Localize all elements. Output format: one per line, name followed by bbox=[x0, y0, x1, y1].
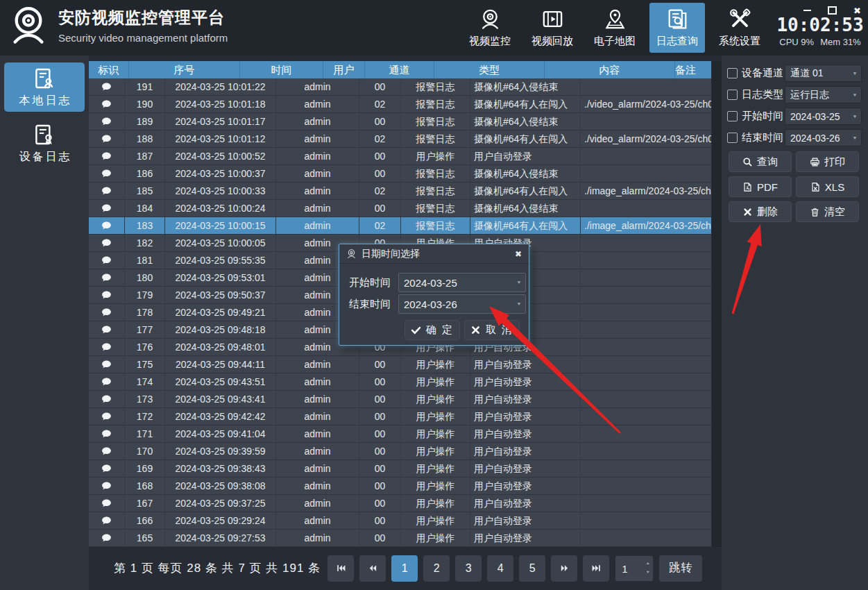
comment-icon bbox=[101, 515, 112, 526]
table-row[interactable]: 165 2024-03-25 09:27:53 admin 00 用户操作 用户… bbox=[89, 530, 711, 547]
cell-user: admin bbox=[276, 373, 359, 390]
cell-user: admin bbox=[276, 183, 359, 199]
prev-page-button[interactable] bbox=[359, 555, 386, 582]
pdf-button[interactable]: PDF bbox=[729, 176, 792, 197]
sidebar-item-device-logs[interactable]: 设备日志 bbox=[4, 119, 85, 168]
column-header[interactable]: 内容 bbox=[545, 61, 675, 78]
cell-user: admin bbox=[276, 478, 359, 494]
cell-channel: 00 bbox=[359, 200, 401, 217]
cell-content: 摄像机#64有人在闯入 bbox=[470, 183, 581, 199]
table-row[interactable]: 171 2024-03-25 09:41:04 admin 00 用户操作 用户… bbox=[89, 425, 711, 443]
close-button[interactable]: ✖ bbox=[853, 6, 861, 15]
table-row[interactable]: 172 2024-03-25 09:42:42 admin 00 用户操作 用户… bbox=[89, 408, 711, 425]
table-row[interactable]: 166 2024-03-25 09:29:24 admin 00 用户操作 用户… bbox=[89, 512, 711, 530]
column-header[interactable]: 用户 bbox=[323, 61, 365, 78]
column-header[interactable]: 备注 bbox=[675, 61, 696, 78]
table-row[interactable]: 169 2024-03-25 09:38:43 admin 00 用户操作 用户… bbox=[89, 460, 711, 478]
nav-e-map[interactable]: 电子地图 bbox=[587, 3, 643, 53]
page-number-button[interactable]: 1 bbox=[391, 555, 418, 582]
filter-checkbox[interactable] bbox=[727, 68, 738, 78]
cell-user: admin bbox=[276, 391, 359, 407]
main-nav: 视频监控 视频回放 电子地图 日志查询 bbox=[462, 3, 767, 53]
query-button[interactable]: 查询 bbox=[729, 151, 792, 172]
cell-time: 2024-03-25 09:37:25 bbox=[165, 495, 276, 512]
table-row[interactable]: 168 2024-03-25 09:38:08 admin 00 用户操作 用户… bbox=[89, 478, 711, 495]
column-header[interactable]: 序号 bbox=[129, 61, 240, 78]
table-header-row: 标识 序号 时间 用户 通道 类型 内容 备注 bbox=[89, 61, 711, 78]
clear-button[interactable]: 清空 bbox=[796, 201, 859, 222]
filter-checkbox[interactable] bbox=[727, 133, 738, 143]
cell-remark bbox=[581, 495, 711, 512]
cell-type: 用户操作 bbox=[401, 512, 470, 529]
table-row[interactable]: 186 2024-03-25 10:00:37 admin 00 报警日志 摄像… bbox=[89, 165, 711, 183]
spin-up-icon[interactable]: ▲ bbox=[645, 560, 650, 564]
cell-channel: 00 bbox=[359, 443, 401, 460]
last-page-button[interactable] bbox=[583, 555, 609, 582]
column-header[interactable]: 标识 bbox=[89, 61, 129, 78]
dialog-close-icon[interactable]: ✖ bbox=[515, 249, 522, 259]
table-row[interactable]: 187 2024-03-25 10:00:52 admin 00 用户操作 用户… bbox=[89, 148, 711, 165]
jump-page-input[interactable] bbox=[615, 556, 648, 582]
jump-button[interactable]: 跳转 bbox=[659, 555, 702, 582]
dialog-webcam-icon bbox=[346, 248, 357, 259]
filter-dropdown[interactable]: 运行日志 ▼ bbox=[785, 86, 862, 103]
nav-video-monitor[interactable]: 视频监控 bbox=[462, 3, 518, 53]
table-row[interactable]: 185 2024-03-25 10:00:33 admin 02 报警日志 摄像… bbox=[89, 183, 711, 200]
start-time-dropdown[interactable]: 2024-03-25 ▼ bbox=[398, 273, 526, 292]
first-page-button[interactable] bbox=[327, 555, 354, 582]
filter-checkbox[interactable] bbox=[727, 90, 738, 100]
cell-remark bbox=[581, 408, 711, 425]
cell-type: 报警日志 bbox=[401, 130, 470, 147]
cell-channel: 00 bbox=[359, 408, 401, 425]
next-page-button[interactable] bbox=[551, 555, 577, 582]
cell-seq: 170 bbox=[125, 443, 165, 460]
table-row[interactable]: 174 2024-03-25 09:43:51 admin 00 用户操作 用户… bbox=[89, 373, 711, 391]
table-row[interactable]: 191 2024-03-25 10:01:22 admin 00 报警日志 摄像… bbox=[89, 78, 711, 96]
cell-time: 2024-03-25 10:01:22 bbox=[165, 78, 276, 95]
settings-icon bbox=[729, 8, 751, 31]
table-row[interactable]: 170 2024-03-25 09:39:59 admin 00 用户操作 用户… bbox=[89, 443, 711, 460]
table-row[interactable]: 173 2024-03-25 09:43:41 admin 00 用户操作 用户… bbox=[89, 391, 711, 408]
prev-page-icon bbox=[368, 563, 378, 573]
xls-button[interactable]: XLS bbox=[796, 176, 859, 197]
xls-icon bbox=[810, 182, 821, 192]
nav-video-playback[interactable]: 视频回放 bbox=[525, 3, 580, 53]
delete-button[interactable]: 删除 bbox=[729, 201, 792, 222]
cancel-button[interactable]: 取 消 bbox=[464, 320, 520, 340]
print-button[interactable]: 打印 bbox=[796, 151, 859, 172]
spin-down-icon[interactable]: ▼ bbox=[645, 569, 650, 573]
confirm-button[interactable]: 确 定 bbox=[405, 320, 460, 340]
cell-user: admin bbox=[276, 443, 359, 460]
table-row[interactable]: 190 2024-03-25 10:01:18 admin 02 报警日志 摄像… bbox=[89, 96, 711, 113]
cell-channel: 00 bbox=[359, 165, 401, 182]
column-header[interactable]: 时间 bbox=[240, 61, 323, 78]
cell-type: 用户操作 bbox=[401, 391, 470, 407]
page-number-button[interactable]: 5 bbox=[519, 555, 545, 582]
filter-dropdown[interactable]: 2024-03-26 ▼ bbox=[785, 129, 862, 146]
minimize-button[interactable] bbox=[803, 6, 811, 15]
table-row[interactable]: 188 2024-03-25 10:01:12 admin 02 报警日志 摄像… bbox=[89, 130, 711, 148]
column-header[interactable]: 类型 bbox=[434, 61, 545, 78]
page-number-button[interactable]: 2 bbox=[423, 555, 450, 582]
filter-checkbox[interactable] bbox=[727, 111, 738, 121]
cell-content: 用户自动登录 bbox=[470, 512, 581, 529]
table-row[interactable]: 167 2024-03-25 09:37:25 admin 00 用户操作 用户… bbox=[89, 495, 711, 512]
end-time-dropdown[interactable]: 2024-03-26 ▼ bbox=[398, 294, 526, 314]
page-number-button[interactable]: 3 bbox=[455, 555, 482, 582]
filter-dropdown[interactable]: 通道 01 ▼ bbox=[785, 65, 862, 82]
nav-system-settings[interactable]: 系统设置 bbox=[712, 3, 767, 53]
filter-dropdown[interactable]: 2024-03-25 ▼ bbox=[785, 108, 862, 125]
table-row[interactable]: 184 2024-03-25 10:00:24 admin 00 报警日志 摄像… bbox=[89, 200, 711, 217]
cell-channel: 00 bbox=[359, 78, 401, 95]
column-header[interactable]: 通道 bbox=[365, 61, 434, 78]
nav-log-query[interactable]: 日志查询 bbox=[649, 3, 705, 53]
table-scrollbar[interactable] bbox=[712, 61, 722, 547]
sidebar-item-local-logs[interactable]: 本地日志 bbox=[4, 62, 85, 112]
page-number-button[interactable]: 4 bbox=[487, 555, 513, 582]
maximize-button[interactable] bbox=[828, 6, 837, 15]
table-row[interactable]: 189 2024-03-25 10:01:17 admin 00 报警日志 摄像… bbox=[89, 113, 711, 130]
cell-channel: 00 bbox=[359, 478, 401, 494]
table-row[interactable]: 183 2024-03-25 10:00:15 admin 02 报警日志 摄像… bbox=[89, 217, 711, 235]
table-row[interactable]: 175 2024-03-25 09:44:11 admin 00 用户操作 用户… bbox=[89, 356, 711, 373]
chevron-down-icon: ▼ bbox=[516, 301, 522, 306]
